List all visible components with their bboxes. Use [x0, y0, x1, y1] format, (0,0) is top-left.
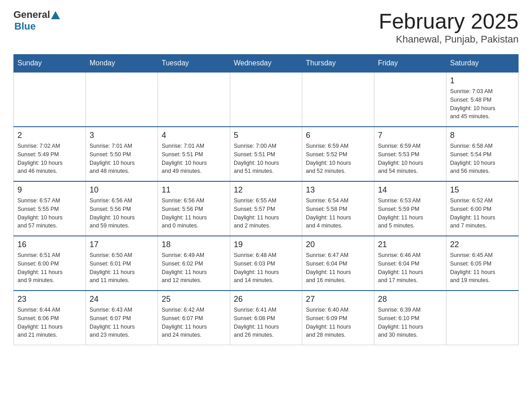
day-number: 8: [450, 131, 515, 140]
day-of-week-tuesday: Tuesday: [158, 55, 230, 73]
day-info: Sunrise: 6:52 AM Sunset: 6:00 PM Dayligh…: [450, 197, 515, 230]
day-info: Sunrise: 7:00 AM Sunset: 5:51 PM Dayligh…: [234, 142, 298, 176]
day-number: 14: [378, 185, 442, 195]
day-info: Sunrise: 6:59 AM Sunset: 5:53 PM Dayligh…: [378, 142, 442, 176]
day-info: Sunrise: 6:49 AM Sunset: 6:02 PM Dayligh…: [162, 251, 226, 285]
logo-general-text: General: [13, 9, 50, 21]
day-number: 11: [162, 185, 226, 195]
logo-line1: General: [13, 9, 60, 21]
calendar-cell: 28Sunrise: 6:39 AM Sunset: 6:10 PM Dayli…: [374, 291, 446, 345]
logo-triangle-icon: [51, 11, 60, 19]
calendar-cell: 15Sunrise: 6:52 AM Sunset: 6:00 PM Dayli…: [446, 181, 519, 236]
day-number: 26: [234, 295, 298, 304]
day-of-week-friday: Friday: [374, 55, 446, 73]
day-number: 6: [306, 131, 370, 140]
day-info: Sunrise: 6:57 AM Sunset: 5:55 PM Dayligh…: [17, 197, 82, 230]
calendar-cell: [302, 72, 374, 127]
day-of-week-monday: Monday: [86, 55, 158, 73]
day-number: 19: [234, 240, 298, 249]
calendar-cell: 20Sunrise: 6:47 AM Sunset: 6:04 PM Dayli…: [302, 236, 374, 291]
day-info: Sunrise: 6:59 AM Sunset: 5:52 PM Dayligh…: [306, 142, 370, 176]
day-number: 10: [90, 185, 154, 195]
day-info: Sunrise: 6:41 AM Sunset: 6:08 PM Dayligh…: [234, 306, 298, 339]
day-number: 12: [234, 185, 298, 195]
calendar-cell: 26Sunrise: 6:41 AM Sunset: 6:08 PM Dayli…: [230, 291, 302, 345]
calendar-cell: 23Sunrise: 6:44 AM Sunset: 6:06 PM Dayli…: [14, 291, 86, 345]
day-number: 21: [378, 240, 442, 249]
page-header: General Blue February 2025 Khanewal, Pun…: [13, 9, 519, 45]
calendar-cell: 24Sunrise: 6:43 AM Sunset: 6:07 PM Dayli…: [86, 291, 158, 345]
calendar-cell: [446, 291, 519, 345]
calendar-cell: 27Sunrise: 6:40 AM Sunset: 6:09 PM Dayli…: [302, 291, 374, 345]
calendar-body: 1Sunrise: 7:03 AM Sunset: 5:48 PM Daylig…: [14, 72, 519, 345]
day-of-week-saturday: Saturday: [446, 55, 519, 73]
calendar-header: SundayMondayTuesdayWednesdayThursdayFrid…: [14, 55, 519, 73]
calendar-cell: 3Sunrise: 7:01 AM Sunset: 5:50 PM Daylig…: [86, 127, 158, 181]
day-number: 15: [450, 185, 515, 195]
day-info: Sunrise: 6:40 AM Sunset: 6:09 PM Dayligh…: [306, 306, 370, 339]
calendar-cell: 13Sunrise: 6:54 AM Sunset: 5:58 PM Dayli…: [302, 181, 374, 236]
day-of-week-thursday: Thursday: [302, 55, 374, 73]
calendar-cell: 4Sunrise: 7:01 AM Sunset: 5:51 PM Daylig…: [158, 127, 230, 181]
calendar-cell: [86, 72, 158, 127]
day-number: 18: [162, 240, 226, 249]
day-number: 27: [306, 295, 370, 304]
day-info: Sunrise: 6:56 AM Sunset: 5:56 PM Dayligh…: [162, 197, 226, 230]
calendar-table: SundayMondayTuesdayWednesdayThursdayFrid…: [13, 54, 519, 345]
calendar-cell: 21Sunrise: 6:46 AM Sunset: 6:04 PM Dayli…: [374, 236, 446, 291]
calendar-cell: 11Sunrise: 6:56 AM Sunset: 5:56 PM Dayli…: [158, 181, 230, 236]
day-of-week-sunday: Sunday: [14, 55, 86, 73]
logo-blue-text: Blue: [14, 21, 60, 32]
logo: General Blue: [13, 9, 60, 32]
day-info: Sunrise: 7:01 AM Sunset: 5:51 PM Dayligh…: [162, 142, 226, 176]
day-number: 17: [90, 240, 154, 249]
calendar-cell: 25Sunrise: 6:42 AM Sunset: 6:07 PM Dayli…: [158, 291, 230, 345]
calendar-cell: 9Sunrise: 6:57 AM Sunset: 5:55 PM Daylig…: [14, 181, 86, 236]
day-info: Sunrise: 6:47 AM Sunset: 6:04 PM Dayligh…: [306, 251, 370, 285]
calendar-cell: [374, 72, 446, 127]
day-info: Sunrise: 6:42 AM Sunset: 6:07 PM Dayligh…: [162, 306, 226, 339]
calendar-cell: 14Sunrise: 6:53 AM Sunset: 5:59 PM Dayli…: [374, 181, 446, 236]
day-info: Sunrise: 6:50 AM Sunset: 6:01 PM Dayligh…: [90, 251, 154, 285]
day-info: Sunrise: 6:44 AM Sunset: 6:06 PM Dayligh…: [17, 306, 82, 339]
calendar-cell: 19Sunrise: 6:48 AM Sunset: 6:03 PM Dayli…: [230, 236, 302, 291]
day-info: Sunrise: 6:39 AM Sunset: 6:10 PM Dayligh…: [378, 306, 442, 339]
calendar-week-5: 23Sunrise: 6:44 AM Sunset: 6:06 PM Dayli…: [14, 291, 519, 345]
calendar-cell: 10Sunrise: 6:56 AM Sunset: 5:56 PM Dayli…: [86, 181, 158, 236]
day-number: 3: [90, 131, 154, 140]
day-number: 25: [162, 295, 226, 304]
day-number: 5: [234, 131, 298, 140]
day-info: Sunrise: 7:03 AM Sunset: 5:48 PM Dayligh…: [450, 87, 515, 121]
day-info: Sunrise: 7:02 AM Sunset: 5:49 PM Dayligh…: [17, 142, 82, 176]
day-number: 2: [17, 131, 82, 140]
day-info: Sunrise: 6:53 AM Sunset: 5:59 PM Dayligh…: [378, 197, 442, 230]
calendar-cell: 6Sunrise: 6:59 AM Sunset: 5:52 PM Daylig…: [302, 127, 374, 181]
calendar-week-2: 2Sunrise: 7:02 AM Sunset: 5:49 PM Daylig…: [14, 127, 519, 181]
calendar-week-3: 9Sunrise: 6:57 AM Sunset: 5:55 PM Daylig…: [14, 181, 519, 236]
calendar-cell: 12Sunrise: 6:55 AM Sunset: 5:57 PM Dayli…: [230, 181, 302, 236]
calendar-week-4: 16Sunrise: 6:51 AM Sunset: 6:00 PM Dayli…: [14, 236, 519, 291]
calendar-cell: 5Sunrise: 7:00 AM Sunset: 5:51 PM Daylig…: [230, 127, 302, 181]
header-row: SundayMondayTuesdayWednesdayThursdayFrid…: [14, 55, 519, 73]
day-info: Sunrise: 6:45 AM Sunset: 6:05 PM Dayligh…: [450, 251, 515, 285]
calendar-title: February 2025: [379, 9, 519, 34]
day-number: 4: [162, 131, 226, 140]
day-number: 7: [378, 131, 442, 140]
calendar-cell: 8Sunrise: 6:58 AM Sunset: 5:54 PM Daylig…: [446, 127, 519, 181]
day-info: Sunrise: 6:55 AM Sunset: 5:57 PM Dayligh…: [234, 197, 298, 230]
day-info: Sunrise: 6:46 AM Sunset: 6:04 PM Dayligh…: [378, 251, 442, 285]
day-number: 23: [17, 295, 82, 304]
calendar-subtitle: Khanewal, Punjab, Pakistan: [379, 34, 519, 45]
day-info: Sunrise: 6:56 AM Sunset: 5:56 PM Dayligh…: [90, 197, 154, 230]
day-info: Sunrise: 6:58 AM Sunset: 5:54 PM Dayligh…: [450, 142, 515, 176]
day-number: 22: [450, 240, 515, 249]
day-number: 16: [17, 240, 82, 249]
calendar-cell: 17Sunrise: 6:50 AM Sunset: 6:01 PM Dayli…: [86, 236, 158, 291]
calendar-cell: 16Sunrise: 6:51 AM Sunset: 6:00 PM Dayli…: [14, 236, 86, 291]
day-number: 28: [378, 295, 442, 304]
day-info: Sunrise: 6:51 AM Sunset: 6:00 PM Dayligh…: [17, 251, 82, 285]
day-number: 9: [17, 185, 82, 195]
day-info: Sunrise: 6:54 AM Sunset: 5:58 PM Dayligh…: [306, 197, 370, 230]
day-number: 13: [306, 185, 370, 195]
day-number: 20: [306, 240, 370, 249]
